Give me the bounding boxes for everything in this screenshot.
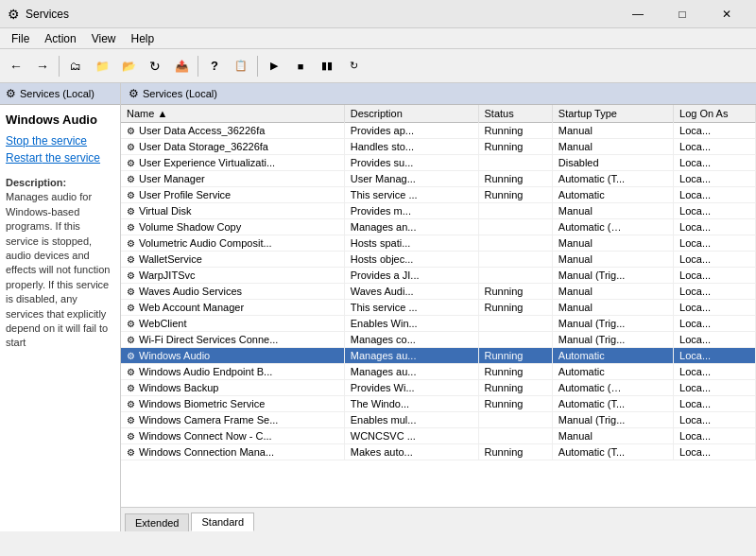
table-row[interactable]: ⚙Windows Connection Mana...Makes auto...… (121, 444, 756, 460)
service-description: User Manag... (344, 171, 478, 187)
sidebar-header: ⚙ Services (Local) (0, 83, 120, 105)
service-icon: ⚙ (127, 399, 135, 409)
col-status[interactable]: Status (478, 105, 552, 123)
col-logon[interactable]: Log On As (674, 105, 756, 123)
service-icon: ⚙ (127, 383, 135, 393)
tab-standard[interactable]: Standard (191, 513, 254, 531)
service-status (478, 332, 552, 348)
close-button[interactable]: ✕ (705, 0, 748, 28)
folder2-button[interactable]: 📂 (116, 54, 141, 78)
main-area: ⚙ Services (Local) Windows Audio Stop th… (0, 83, 756, 531)
table-row[interactable]: ⚙User Experience Virtualizati...Provides… (121, 155, 756, 171)
service-description: Provides ap... (344, 123, 478, 139)
stop-button[interactable]: ■ (288, 54, 313, 78)
service-icon: ⚙ (127, 335, 135, 345)
refresh-button[interactable]: ↻ (143, 54, 167, 78)
table-row[interactable]: ⚙Virtual DiskProvides m...ManualLoca... (121, 203, 756, 219)
services-table-wrapper[interactable]: Name ▲ Description Status Startup Type L… (121, 105, 756, 507)
table-row[interactable]: ⚙Windows Camera Frame Se...Enables mul..… (121, 412, 756, 428)
service-name: ⚙Windows Connection Mana... (121, 444, 344, 460)
service-name: ⚙WalletService (121, 252, 344, 268)
tab-extended[interactable]: Extended (125, 513, 189, 531)
desc-bar-button[interactable]: 📋 (229, 54, 253, 78)
table-row[interactable]: ⚙WarpJITSvcProvides a JI...Manual (Trig.… (121, 268, 756, 284)
table-row[interactable]: ⚙Windows AudioManages au...RunningAutoma… (121, 348, 756, 364)
col-name[interactable]: Name ▲ (121, 105, 344, 123)
service-name: ⚙Web Account Manager (121, 300, 344, 316)
title-text: Services (26, 8, 616, 21)
service-icon: ⚙ (127, 126, 135, 136)
service-description: Manages an... (344, 219, 478, 235)
menu-file[interactable]: File (4, 30, 37, 47)
table-row[interactable]: ⚙WebClientEnables Win...Manual (Trig...L… (121, 316, 756, 332)
maximize-button[interactable]: □ (661, 0, 704, 28)
export-button[interactable]: 📤 (169, 54, 194, 78)
service-startup: Automatic (T... (552, 444, 673, 460)
service-startup: Manual (Trig... (552, 332, 673, 348)
service-logon: Loca... (674, 155, 756, 171)
table-row[interactable]: ⚙Windows BackupProvides Wi...RunningAuto… (121, 380, 756, 396)
minimize-button[interactable]: — (616, 0, 660, 28)
table-row[interactable]: ⚙Volume Shadow CopyManages an...Automati… (121, 219, 756, 235)
col-description[interactable]: Description (344, 105, 478, 123)
table-row[interactable]: ⚙Windows Connect Now - C...WCNCSVC ...Ma… (121, 428, 756, 444)
table-row[interactable]: ⚙Waves Audio ServicesWaves Audi...Runnin… (121, 284, 756, 300)
service-logon: Loca... (674, 203, 756, 219)
service-status (478, 316, 552, 332)
service-name: ⚙User Manager (121, 171, 344, 187)
service-startup: Manual (552, 300, 673, 316)
service-name: ⚙Windows Backup (121, 380, 344, 396)
service-name: ⚙Volume Shadow Copy (121, 219, 344, 235)
restart-service-link[interactable]: Restart the service (6, 151, 114, 165)
view-button[interactable]: 🗂 (63, 54, 88, 78)
service-startup: Automatic (T... (552, 396, 673, 412)
table-row[interactable]: ⚙User ManagerUser Manag...RunningAutomat… (121, 171, 756, 187)
service-logon: Loca... (674, 428, 756, 444)
service-description: Handles sto... (344, 139, 478, 155)
restart-button[interactable]: ↻ (341, 54, 366, 78)
forward-button[interactable]: → (30, 54, 55, 78)
stop-service-link[interactable]: Stop the service (6, 134, 114, 148)
service-name: ⚙Wi-Fi Direct Services Conne... (121, 332, 344, 348)
menu-action[interactable]: Action (37, 30, 83, 47)
help-button[interactable]: ? (202, 54, 227, 78)
service-logon: Loca... (674, 364, 756, 380)
toolbar-separator-3 (257, 56, 258, 77)
service-startup: Automatic (T... (552, 171, 673, 187)
service-description: Hosts spati... (344, 235, 478, 252)
service-startup: Manual (Trig... (552, 268, 673, 284)
table-row[interactable]: ⚙User Profile ServiceThis service ...Run… (121, 187, 756, 203)
service-logon: Loca... (674, 316, 756, 332)
play-button[interactable]: ▶ (262, 54, 286, 78)
service-icon: ⚙ (127, 287, 135, 297)
table-row[interactable]: ⚙Windows Audio Endpoint B...Manages au..… (121, 364, 756, 380)
col-startup-type[interactable]: Startup Type (552, 105, 673, 123)
window-controls: — □ ✕ (616, 0, 748, 28)
service-name: ⚙Windows Audio (121, 348, 344, 364)
folder-button[interactable]: 📁 (90, 54, 114, 78)
table-row[interactable]: ⚙User Data Access_36226faProvides ap...R… (121, 123, 756, 139)
service-description: Enables Win... (344, 316, 478, 332)
table-row[interactable]: ⚙Windows Biometric ServiceThe Windo...Ru… (121, 396, 756, 412)
service-status (478, 155, 552, 171)
table-row[interactable]: ⚙Volumetric Audio Composit...Hosts spati… (121, 235, 756, 252)
service-icon: ⚙ (127, 431, 135, 442)
back-button[interactable]: ← (4, 54, 28, 78)
service-status (478, 412, 552, 428)
service-name: ⚙User Experience Virtualizati... (121, 155, 344, 171)
table-row[interactable]: ⚙Web Account ManagerThis service ...Runn… (121, 300, 756, 316)
menu-help[interactable]: Help (124, 30, 163, 47)
service-logon: Loca... (674, 219, 756, 235)
service-logon: Loca... (674, 380, 756, 396)
service-name: ⚙Windows Connect Now - C... (121, 428, 344, 444)
table-row[interactable]: ⚙WalletServiceHosts objec...ManualLoca..… (121, 252, 756, 268)
sidebar-service-title: Windows Audio (6, 113, 114, 127)
pause-button[interactable]: ▮▮ (315, 54, 339, 78)
table-row[interactable]: ⚙User Data Storage_36226faHandles sto...… (121, 139, 756, 155)
service-status: Running (478, 123, 552, 139)
table-row[interactable]: ⚙Wi-Fi Direct Services Conne...Manages c… (121, 332, 756, 348)
sidebar-header-label: Services (Local) (20, 88, 94, 99)
menu-view[interactable]: View (84, 30, 124, 47)
service-logon: Loca... (674, 171, 756, 187)
service-name: ⚙WebClient (121, 316, 344, 332)
